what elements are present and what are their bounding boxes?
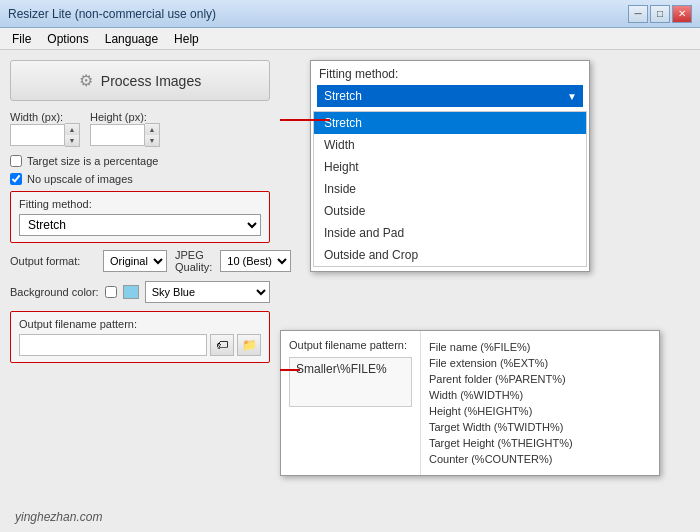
output-filename-section: Output filename pattern: Smaller\%FILE% … [10, 311, 270, 363]
filename-input-row: Smaller\%FILE% 🏷 📁 [19, 334, 261, 356]
width-label: Width (px): [10, 111, 80, 123]
output-format-select[interactable]: Original JPEG PNG BMP [103, 250, 167, 272]
fitting-method-select[interactable]: Stretch Width Height Inside Outside Insi… [19, 214, 261, 236]
height-spinner-buttons: ▲ ▼ [145, 123, 160, 147]
width-group: Width (px): 100 ▲ ▼ [10, 111, 80, 147]
process-images-button[interactable]: ⚙ Process Images [10, 60, 270, 101]
height-group: Height (px): 100 ▲ ▼ [90, 111, 160, 147]
target-size-row: Target size is a percentage [10, 155, 270, 167]
tag-twidth[interactable]: Target Width (%TWIDTH%) [429, 419, 651, 435]
watermark: yinghezhan.com [15, 510, 102, 524]
height-spinner: 100 ▲ ▼ [90, 123, 160, 147]
fitting-method-row: Stretch Width Height Inside Outside Insi… [19, 214, 261, 236]
target-size-checkbox[interactable] [10, 155, 22, 167]
menu-file[interactable]: File [4, 30, 39, 48]
minimize-button[interactable]: ─ [628, 5, 648, 23]
fitting-option-stretch[interactable]: Stretch [314, 112, 586, 134]
fitting-option-outside[interactable]: Outside [314, 200, 586, 222]
height-up-button[interactable]: ▲ [145, 124, 159, 135]
color-swatch [123, 285, 139, 299]
tag-counter[interactable]: Counter (%COUNTER%) [429, 451, 651, 467]
fitting-option-inside-pad[interactable]: Inside and Pad [314, 222, 586, 244]
menu-language[interactable]: Language [97, 30, 166, 48]
width-input[interactable]: 100 [10, 124, 65, 146]
main-content: ⚙ Process Images Width (px): 100 ▲ ▼ Hei… [0, 50, 700, 532]
fitting-popup-header: Fitting method: [311, 61, 589, 85]
gear-icon: ⚙ [79, 71, 93, 90]
fitting-option-outside-crop[interactable]: Outside and Crop [314, 244, 586, 266]
bg-color-checkbox[interactable] [105, 286, 117, 298]
filename-folder-button[interactable]: 📁 [237, 334, 261, 356]
filename-popup-label: Output filename pattern: [289, 339, 412, 351]
width-down-button[interactable]: ▼ [65, 135, 79, 146]
target-size-label: Target size is a percentage [27, 155, 158, 167]
output-format-label: Output format: [10, 255, 95, 267]
jpeg-quality-label: JPEG Quality: [175, 249, 212, 273]
height-label: Height (px): [90, 111, 160, 123]
window-controls: ─ □ ✕ [628, 5, 692, 23]
filename-popup-value: Smaller\%FILE% [289, 357, 412, 407]
fitting-option-width[interactable]: Width [314, 134, 586, 156]
fitting-dropdown-selected: Stretch [318, 89, 562, 103]
menu-help[interactable]: Help [166, 30, 207, 48]
width-spinner-buttons: ▲ ▼ [65, 123, 80, 147]
fitting-dropdown-arrow-icon[interactable]: ▼ [562, 85, 582, 107]
output-format-row: Output format: Original JPEG PNG BMP JPE… [10, 249, 270, 273]
filename-tags-panel: File name (%FILE%) File extension (%EXT%… [421, 331, 659, 475]
menu-bar: File Options Language Help [0, 28, 700, 50]
close-button[interactable]: ✕ [672, 5, 692, 23]
fitting-method-section: Fitting method: Stretch Width Height Ins… [10, 191, 270, 243]
background-color-row: Background color: Sky Blue White Black C… [10, 281, 270, 303]
right-area: Fitting method: Stretch ▼ Stretch Width … [280, 60, 690, 522]
height-input[interactable]: 100 [90, 124, 145, 146]
filename-section-label: Output filename pattern: [19, 318, 261, 330]
no-upscale-row: No upscale of images [10, 173, 270, 185]
width-spinner: 100 ▲ ▼ [10, 123, 80, 147]
tag-parent[interactable]: Parent folder (%PARENT%) [429, 371, 651, 387]
fitting-option-height[interactable]: Height [314, 156, 586, 178]
fitting-method-label: Fitting method: [19, 198, 261, 210]
process-button-label: Process Images [101, 73, 201, 89]
title-bar: Resizer Lite (non-commercial use only) ─… [0, 0, 700, 28]
menu-options[interactable]: Options [39, 30, 96, 48]
no-upscale-label: No upscale of images [27, 173, 133, 185]
filename-pattern-popup: Output filename pattern: Smaller\%FILE% … [280, 330, 660, 476]
fitting-option-inside[interactable]: Inside [314, 178, 586, 200]
tag-width[interactable]: Width (%WIDTH%) [429, 387, 651, 403]
bg-color-label: Background color: [10, 286, 99, 298]
left-panel: ⚙ Process Images Width (px): 100 ▲ ▼ Hei… [10, 60, 270, 522]
tag-theight[interactable]: Target Height (%THEIGHT%) [429, 435, 651, 451]
tag-ext[interactable]: File extension (%EXT%) [429, 355, 651, 371]
width-up-button[interactable]: ▲ [65, 124, 79, 135]
maximize-button[interactable]: □ [650, 5, 670, 23]
fitting-method-popup: Fitting method: Stretch ▼ Stretch Width … [310, 60, 590, 272]
fitting-options-list: Stretch Width Height Inside Outside Insi… [313, 111, 587, 267]
tag-height[interactable]: Height (%HEIGHT%) [429, 403, 651, 419]
tag-file[interactable]: File name (%FILE%) [429, 339, 651, 355]
dimensions-row: Width (px): 100 ▲ ▼ Height (px): 100 ▲ ▼ [10, 111, 270, 147]
filename-popup-left: Output filename pattern: Smaller\%FILE% [281, 331, 421, 475]
filename-input[interactable]: Smaller\%FILE% [19, 334, 207, 356]
bg-color-select[interactable]: Sky Blue White Black Custom [145, 281, 270, 303]
fitting-dropdown-bar[interactable]: Stretch ▼ [317, 85, 583, 107]
height-down-button[interactable]: ▼ [145, 135, 159, 146]
window-title: Resizer Lite (non-commercial use only) [8, 7, 216, 21]
no-upscale-checkbox[interactable] [10, 173, 22, 185]
filename-tag-button[interactable]: 🏷 [210, 334, 234, 356]
